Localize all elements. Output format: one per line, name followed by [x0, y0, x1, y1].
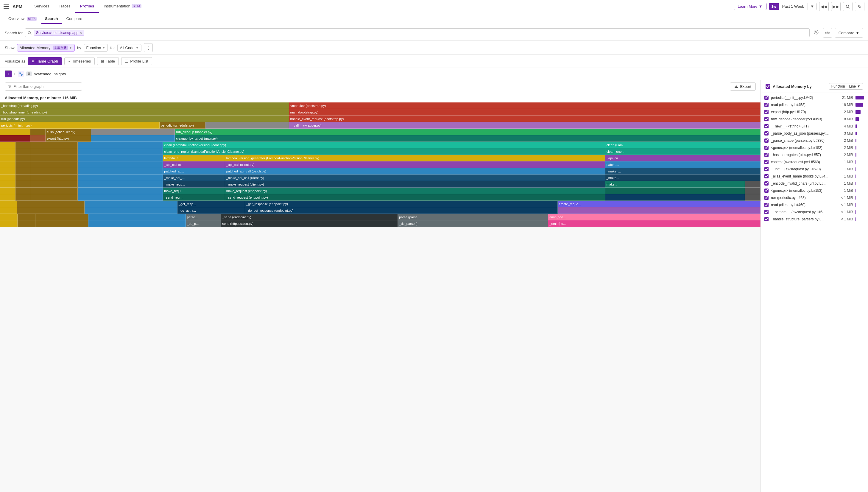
nav-item-profiles[interactable]: Profiles [75, 0, 99, 13]
flame-block[interactable] [31, 155, 77, 162]
flame-block[interactable] [78, 168, 163, 174]
flame-block[interactable]: emit (hoo... [548, 214, 761, 220]
flame-block[interactable]: periodic (scheduler.py) [160, 122, 205, 129]
flame-row[interactable]: _make_api_..._make_api_call (client.py)_… [0, 174, 761, 181]
flame-block[interactable]: flush (scheduler.py) [46, 129, 91, 135]
hamburger-menu[interactable] [4, 4, 9, 9]
flame-block[interactable]: _api_call (c... [163, 162, 225, 168]
flame-block[interactable] [16, 194, 31, 201]
flame-block[interactable] [0, 142, 16, 148]
flame-block[interactable]: handle_event_request (bootstrap.py) [289, 116, 761, 122]
flame-block[interactable]: make_requ... [163, 188, 225, 194]
flame-block[interactable] [84, 207, 177, 214]
flame-block[interactable]: make... [605, 181, 745, 188]
flame-block[interactable]: _emit (ho... [548, 220, 761, 227]
item-checkbox[interactable] [764, 131, 769, 136]
prev-button[interactable]: ◀◀ [819, 2, 829, 11]
item-checkbox[interactable] [764, 103, 769, 107]
item-checkbox[interactable] [764, 196, 769, 200]
flame-block[interactable] [30, 129, 46, 135]
flame-block[interactable] [0, 194, 16, 201]
nav-item-services[interactable]: Services [29, 0, 54, 13]
flame-block[interactable]: _do_p... [186, 220, 221, 227]
search-button[interactable] [843, 2, 852, 11]
flame-block[interactable]: parse (parse... [398, 214, 548, 220]
code-view-button[interactable]: </> [823, 28, 832, 38]
flame-block[interactable] [16, 168, 31, 174]
flame-block[interactable]: parse... [186, 214, 221, 220]
flame-block[interactable] [18, 220, 35, 227]
flame-block[interactable]: __call__ (wrapper.py) [289, 122, 761, 129]
flame-block[interactable] [31, 188, 77, 194]
flame-block[interactable] [78, 148, 163, 155]
flame-block[interactable]: _make_api_... [163, 174, 225, 181]
time-chevron-icon[interactable]: ▼ [808, 3, 816, 10]
nav-item-traces[interactable]: Traces [54, 0, 75, 13]
flame-block[interactable]: clean_one... [605, 148, 761, 155]
flame-row[interactable]: _get_resp..._get_response (endpoint.py)c… [0, 201, 761, 207]
flame-block[interactable] [0, 129, 30, 135]
flame-block[interactable] [0, 220, 18, 227]
flame-block[interactable]: _do_get_r... [177, 207, 245, 214]
flame-block[interactable] [78, 194, 163, 201]
flame-block[interactable]: make_request (endpoint.py) [225, 188, 605, 194]
item-checkbox[interactable] [764, 153, 769, 157]
flame-block[interactable] [0, 135, 30, 142]
flame-block[interactable] [34, 207, 84, 214]
flame-block[interactable] [0, 168, 16, 174]
flame-block[interactable] [88, 214, 186, 220]
flame-block[interactable]: clean (LambdaFunctionVersionCleaner.py) [163, 142, 605, 148]
item-checkbox[interactable] [764, 203, 769, 207]
flame-block[interactable] [31, 181, 77, 188]
flame-block[interactable]: patche... [605, 162, 761, 168]
item-checkbox[interactable] [764, 167, 769, 171]
flame-block[interactable] [0, 214, 18, 220]
flame-block[interactable] [31, 148, 77, 155]
flame-filter[interactable] [5, 82, 82, 91]
flame-row[interactable]: parse..._send (endpoint.py)parse (parse.… [0, 214, 761, 220]
flame-block[interactable] [16, 148, 31, 155]
flame-block[interactable] [78, 174, 163, 181]
flame-block[interactable] [558, 207, 761, 214]
flame-block[interactable] [0, 181, 16, 188]
flame-block[interactable]: _bootstrap_inner (threading.py) [0, 109, 289, 116]
flame-row[interactable]: lambda_fu...lambda_version_generator (La… [0, 155, 761, 162]
flame-block[interactable] [16, 155, 31, 162]
flame-block[interactable]: run_cleanup (handler.py) [175, 129, 761, 135]
compare-button[interactable]: Compare ▼ [835, 28, 863, 38]
flame-block[interactable] [31, 174, 77, 181]
watchdog-expand-button[interactable]: › [5, 70, 12, 77]
flame-row[interactable]: periodic (__init__.py)periodic (schedule… [0, 122, 761, 129]
flame-block[interactable]: _send_request (endpoint.py) [225, 194, 605, 201]
flame-block[interactable]: lambda_fu... [163, 155, 225, 162]
flame-block[interactable] [35, 220, 88, 227]
flame-block[interactable] [0, 155, 16, 162]
nav-item-instrumentation[interactable]: Instrumentation BETA [99, 0, 146, 13]
item-checkbox[interactable] [764, 124, 769, 128]
flame-row[interactable]: _api_call (c..._api_call (client.py)patc… [0, 162, 761, 168]
flame-block[interactable] [78, 181, 163, 188]
flame-row[interactable]: clean (LambdaFunctionVersionCleaner.py)c… [0, 142, 761, 148]
flame-graph[interactable]: _bootstrap (threading.py)<module> (boots… [0, 102, 761, 492]
item-checkbox[interactable] [764, 160, 769, 164]
learn-more-button[interactable]: Learn More ▼ [734, 3, 766, 10]
item-checkbox[interactable] [764, 117, 769, 121]
flame-block[interactable]: clean_one_region (LambdaFunctionVersionC… [163, 148, 605, 155]
flame-block[interactable] [91, 129, 175, 135]
flame-block[interactable]: periodic (__init__.py) [0, 122, 160, 129]
flame-block[interactable] [0, 162, 16, 168]
flame-block[interactable]: _make_api_call (client.py) [225, 174, 605, 181]
flame-block[interactable]: _api_call (client.py) [225, 162, 605, 168]
flame-row[interactable]: export (http.py)cleanup_by_target (main.… [0, 135, 761, 142]
flame-row[interactable]: run (periodic.py)handle_event_request (b… [0, 116, 761, 122]
item-checkbox[interactable] [764, 210, 769, 214]
flame-block[interactable]: main (bootstrap.py) [289, 109, 761, 116]
flame-block[interactable] [16, 181, 31, 188]
flame-block[interactable] [0, 207, 17, 214]
flame-block[interactable] [16, 162, 31, 168]
flame-row[interactable]: patched_ap...patched_api_call (patch.py)… [0, 168, 761, 174]
flame-block[interactable] [17, 207, 34, 214]
flame-row[interactable]: clean_one_region (LambdaFunctionVersionC… [0, 148, 761, 155]
flame-block[interactable]: run (periodic.py) [0, 116, 289, 122]
flame-block[interactable]: clean (Lam... [605, 142, 761, 148]
